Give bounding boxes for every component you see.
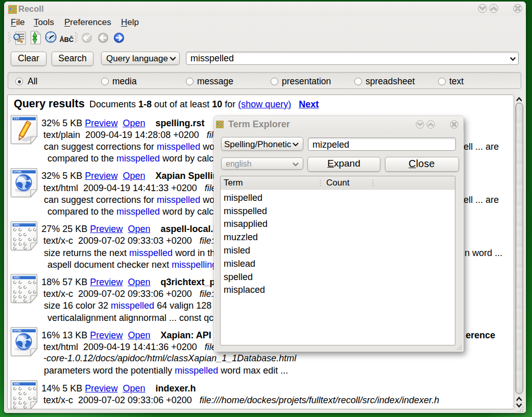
svg-text:ÅBĈ: ÅBĈ (60, 36, 74, 43)
